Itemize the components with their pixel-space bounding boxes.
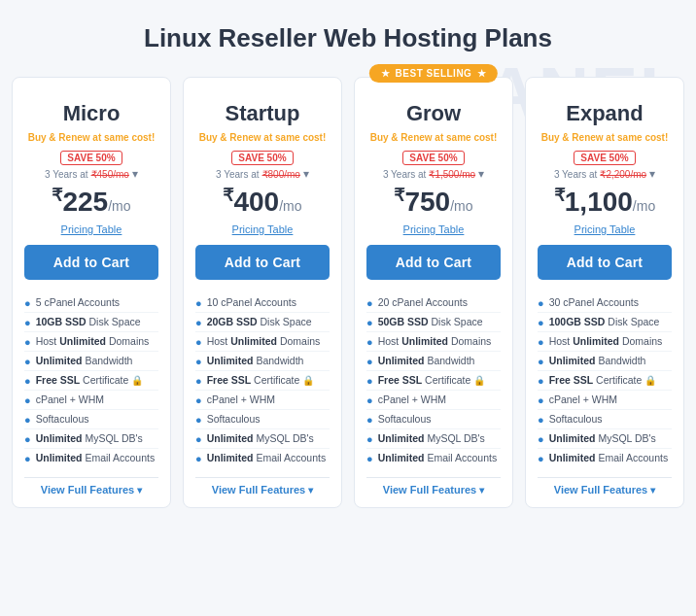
feature-icon-expand-3: ● bbox=[538, 356, 544, 367]
feature-icon-expand-4: ● bbox=[538, 375, 544, 387]
original-price-row-startup: 3 Years at ₹800/mo ▾ bbox=[216, 167, 309, 181]
feature-icon-expand-7: ● bbox=[538, 433, 544, 445]
current-price-startup: ₹400/mo bbox=[223, 185, 301, 218]
view-features-grow[interactable]: View Full Features ▾ bbox=[366, 477, 501, 496]
feature-text-grow-2: Host Unlimited Domains bbox=[378, 335, 492, 347]
save-badge-startup: SAVE 50% bbox=[231, 151, 293, 165]
original-price-grow: ₹1,500/mo bbox=[429, 169, 475, 180]
original-price-label-startup: 3 Years at bbox=[216, 169, 259, 180]
feature-icon-micro-3: ● bbox=[24, 356, 31, 367]
feature-item-grow-5: ● cPanel + WHM bbox=[366, 391, 501, 410]
save-badge-micro: SAVE 50% bbox=[60, 151, 122, 165]
add-to-cart-button-startup[interactable]: Add to Cart bbox=[195, 245, 330, 280]
view-features-expand[interactable]: View Full Features ▾ bbox=[538, 477, 672, 496]
view-features-arrow-micro: ▾ bbox=[137, 485, 142, 496]
price-dropdown-micro[interactable]: ▾ bbox=[132, 167, 138, 181]
feature-item-expand-5: ● cPanel + WHM bbox=[538, 391, 672, 410]
view-features-label-expand: View Full Features bbox=[554, 484, 647, 496]
feature-icon-startup-4: ● bbox=[195, 375, 202, 387]
feature-icon-startup-0: ● bbox=[195, 297, 202, 309]
feature-text-grow-1: 50GB SSD Disk Space bbox=[378, 316, 483, 327]
pricing-table-link-startup[interactable]: Pricing Table bbox=[232, 223, 294, 235]
original-price-row-grow: 3 Years at ₹1,500/mo ▾ bbox=[383, 167, 484, 181]
view-features-arrow-expand: ▾ bbox=[650, 485, 655, 496]
feature-icon-expand-0: ● bbox=[538, 297, 544, 309]
add-to-cart-button-expand[interactable]: Add to Cart bbox=[538, 245, 672, 280]
renew-note-grow: Buy & Renew at same cost! bbox=[370, 132, 498, 143]
price-dropdown-grow[interactable]: ▾ bbox=[478, 167, 484, 181]
feature-item-startup-0: ● 10 cPanel Accounts bbox=[195, 293, 330, 313]
features-list-micro: ● 5 cPanel Accounts ● 10GB SSD Disk Spac… bbox=[24, 293, 158, 467]
feature-item-grow-6: ● Softaculous bbox=[366, 410, 501, 429]
feature-text-expand-5: cPanel + WHM bbox=[549, 394, 617, 405]
feature-icon-startup-7: ● bbox=[195, 433, 202, 445]
price-dropdown-startup[interactable]: ▾ bbox=[303, 167, 309, 181]
original-price-label-expand: 3 Years at bbox=[554, 169, 597, 180]
feature-item-startup-4: ● Free SSL Certificate 🔒 bbox=[195, 371, 330, 391]
feature-item-grow-3: ● Unlimited Bandwidth bbox=[366, 352, 501, 371]
feature-icon-micro-1: ● bbox=[24, 317, 31, 328]
feature-item-micro-4: ● Free SSL Certificate 🔒 bbox=[24, 371, 158, 391]
plan-name-startup: Startup bbox=[226, 101, 300, 126]
feature-text-expand-4: Free SSL Certificate 🔒 bbox=[549, 374, 657, 386]
feature-item-micro-6: ● Softaculous bbox=[24, 410, 158, 429]
features-list-expand: ● 30 cPanel Accounts ● 100GB SSD Disk Sp… bbox=[538, 293, 672, 467]
feature-text-grow-3: Unlimited Bandwidth bbox=[378, 355, 475, 366]
view-features-startup[interactable]: View Full Features ▾ bbox=[195, 477, 330, 496]
feature-text-expand-7: Unlimited MySQL DB's bbox=[549, 432, 656, 444]
feature-item-expand-1: ● 100GB SSD Disk Space bbox=[538, 313, 672, 332]
feature-text-micro-5: cPanel + WHM bbox=[36, 394, 104, 405]
save-badge-expand: SAVE 50% bbox=[574, 151, 635, 165]
plan-card-micro: MicroBuy & Renew at same cost!SAVE 50% 3… bbox=[12, 77, 171, 508]
original-price-row-micro: 3 Years at ₹450/mo ▾ bbox=[45, 167, 138, 181]
feature-text-grow-0: 20 cPanel Accounts bbox=[378, 296, 468, 308]
feature-text-grow-4: Free SSL Certificate 🔒 bbox=[378, 374, 486, 386]
view-features-arrow-grow: ▾ bbox=[479, 485, 484, 496]
per-mo-micro: /mo bbox=[108, 198, 130, 214]
feature-icon-micro-6: ● bbox=[24, 414, 31, 426]
feature-icon-grow-5: ● bbox=[366, 394, 373, 406]
feature-icon-expand-2: ● bbox=[538, 336, 544, 348]
pricing-table-link-expand[interactable]: Pricing Table bbox=[574, 223, 636, 235]
feature-item-startup-5: ● cPanel + WHM bbox=[195, 391, 330, 410]
view-features-label-startup: View Full Features bbox=[212, 484, 305, 496]
feature-item-expand-8: ● Unlimited Email Accounts bbox=[538, 449, 672, 467]
original-price-row-expand: 3 Years at ₹2,200/mo ▾ bbox=[554, 167, 655, 181]
features-list-startup: ● 10 cPanel Accounts ● 20GB SSD Disk Spa… bbox=[195, 293, 330, 467]
feature-text-expand-1: 100GB SSD Disk Space bbox=[549, 316, 660, 327]
rupee-symbol-grow: ₹ bbox=[394, 186, 404, 205]
feature-item-micro-5: ● cPanel + WHM bbox=[24, 391, 158, 410]
feature-item-startup-6: ● Softaculous bbox=[195, 410, 330, 429]
feature-text-startup-6: Softaculous bbox=[207, 413, 261, 425]
per-mo-startup: /mo bbox=[279, 198, 301, 214]
plan-card-grow: ★ BEST SELLING ★ GrowBuy & Renew at same… bbox=[354, 77, 513, 508]
feature-item-micro-2: ● Host Unlimited Domains bbox=[24, 332, 158, 352]
current-price-expand: ₹1,100/mo bbox=[554, 185, 655, 218]
pricing-table-link-micro[interactable]: Pricing Table bbox=[61, 223, 122, 235]
add-to-cart-button-micro[interactable]: Add to Cart bbox=[24, 245, 158, 280]
plan-card-startup: StartupBuy & Renew at same cost!SAVE 50%… bbox=[183, 77, 342, 508]
feature-text-grow-6: Softaculous bbox=[378, 413, 432, 425]
rupee-symbol-startup: ₹ bbox=[223, 186, 233, 205]
renew-note-expand: Buy & Renew at same cost! bbox=[541, 132, 669, 143]
feature-text-startup-7: Unlimited MySQL DB's bbox=[207, 432, 314, 444]
feature-text-micro-2: Host Unlimited Domains bbox=[36, 335, 150, 347]
feature-icon-startup-6: ● bbox=[195, 414, 202, 426]
feature-icon-startup-5: ● bbox=[195, 394, 202, 406]
feature-item-expand-3: ● Unlimited Bandwidth bbox=[538, 352, 672, 371]
plans-container: MicroBuy & Renew at same cost!SAVE 50% 3… bbox=[12, 77, 684, 508]
feature-text-startup-5: cPanel + WHM bbox=[207, 394, 275, 405]
feature-text-expand-8: Unlimited Email Accounts bbox=[549, 452, 669, 463]
feature-icon-grow-3: ● bbox=[366, 356, 373, 367]
add-to-cart-button-grow[interactable]: Add to Cart bbox=[366, 245, 501, 280]
feature-text-startup-3: Unlimited Bandwidth bbox=[207, 355, 304, 366]
pricing-table-link-grow[interactable]: Pricing Table bbox=[403, 223, 465, 235]
price-dropdown-expand[interactable]: ▾ bbox=[649, 167, 655, 181]
feature-icon-grow-7: ● bbox=[366, 433, 373, 445]
feature-icon-micro-2: ● bbox=[24, 336, 31, 348]
rupee-symbol-micro: ₹ bbox=[52, 186, 62, 205]
current-price-micro: ₹225/mo bbox=[52, 185, 130, 218]
feature-item-expand-7: ● Unlimited MySQL DB's bbox=[538, 429, 672, 449]
feature-text-grow-7: Unlimited MySQL DB's bbox=[378, 432, 485, 444]
view-features-micro[interactable]: View Full Features ▾ bbox=[24, 477, 158, 496]
